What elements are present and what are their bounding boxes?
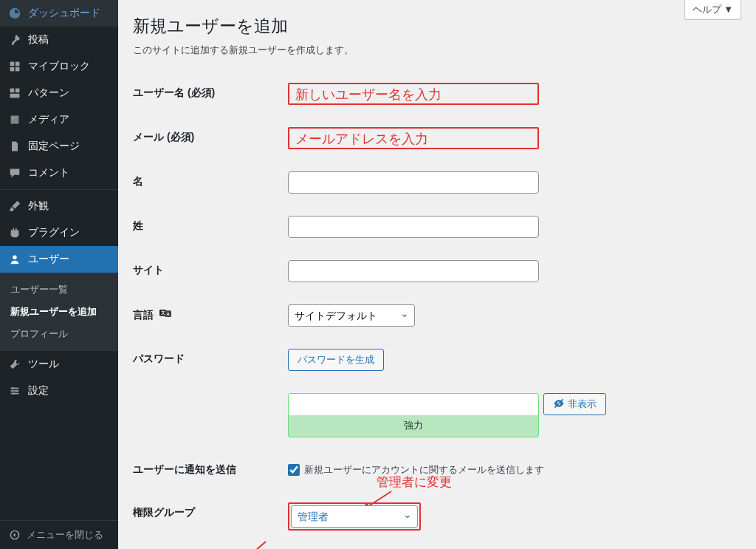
sidebar-item-settings[interactable]: 設定 [0, 378, 118, 404]
settings-icon [7, 383, 22, 398]
role-select[interactable]: 管理者 [291, 505, 418, 528]
translate-icon: 文A [159, 308, 171, 321]
role-annotation: 管理者に変更 [377, 474, 452, 491]
svg-point-14 [13, 392, 16, 395]
svg-point-12 [12, 387, 14, 389]
website-label: サイト [133, 264, 164, 276]
page-title: 新規ユーザーを追加 [133, 15, 741, 38]
sidebar-label: 固定ページ [28, 140, 80, 153]
plugin-icon [7, 225, 22, 240]
svg-rect-6 [10, 94, 20, 98]
user-icon [7, 252, 22, 267]
sidebar-item-posts[interactable]: 投稿 [0, 27, 118, 53]
sidebar-item-media[interactable]: メディア [0, 106, 118, 133]
sidebar-item-plugins[interactable]: プラグイン [0, 219, 118, 246]
comment-icon [7, 166, 22, 180]
role-label: 権限グループ [133, 506, 195, 518]
page-description: このサイトに追加する新規ユーザーを作成します。 [133, 44, 741, 57]
pattern-icon [7, 86, 22, 100]
svg-rect-5 [16, 89, 20, 93]
password-strength: 強力 [288, 415, 539, 437]
sidebar-label: パターン [28, 86, 69, 100]
user-form: ユーザー名 (必須) 新しいユーザー名を入力 メール (必須) メールアドレスを… [133, 72, 741, 542]
sidebar-item-appearance[interactable]: 外観 [0, 193, 118, 219]
media-icon [7, 112, 22, 127]
collapse-label: メニューを閉じる [27, 528, 103, 542]
sidebar-item-dashboard[interactable]: ダッシュボード [0, 0, 118, 27]
sidebar-label: 設定 [28, 384, 49, 398]
collapse-icon [7, 530, 22, 540]
sidebar-label: メディア [28, 113, 69, 126]
sidebar-item-comments[interactable]: コメント [0, 160, 118, 186]
notify-checkbox[interactable] [288, 464, 300, 476]
website-input[interactable] [288, 260, 539, 282]
language-label: 言語 文A [133, 309, 171, 321]
svg-text:文: 文 [160, 310, 165, 315]
sidebar-submenu: ユーザー一覧 新規ユーザーを追加 プロフィール [0, 273, 118, 351]
sidebar-label: 投稿 [28, 33, 49, 47]
username-annotation: 新しいユーザー名を入力 [288, 83, 539, 105]
sidebar-item-tools[interactable]: ツール [0, 351, 118, 378]
submenu-item-add-new[interactable]: 新規ユーザーを追加 [0, 301, 118, 323]
submenu-item-profile[interactable]: プロフィール [0, 323, 118, 345]
sidebar-label: ダッシュボード [28, 7, 100, 20]
main-content: ヘルプ ▼ 新規ユーザーを追加 このサイトに追加する新規ユーザーを作成します。 … [118, 0, 756, 549]
pin-icon [7, 33, 22, 47]
firstname-label: 名 [133, 175, 143, 187]
brush-icon [7, 199, 22, 214]
sidebar-label: プラグイン [28, 226, 80, 239]
svg-rect-0 [10, 62, 15, 67]
blocks-icon [7, 59, 22, 74]
sidebar-item-patterns[interactable]: パターン [0, 80, 118, 106]
svg-rect-3 [16, 67, 20, 72]
eye-slash-icon [553, 398, 565, 412]
help-tab[interactable]: ヘルプ ▼ [684, 0, 741, 20]
sidebar-item-myblocks[interactable]: マイブロック [0, 53, 118, 80]
generate-password-button[interactable]: パスワードを生成 [288, 349, 384, 371]
sidebar-item-pages[interactable]: 固定ページ [0, 133, 118, 160]
email-label: メール (必須) [133, 131, 194, 143]
password-input[interactable] [288, 393, 539, 415]
sidebar-label: ツール [28, 358, 59, 371]
firstname-input[interactable] [288, 171, 539, 194]
sidebar-label: ユーザー [28, 253, 69, 266]
submenu-item-all-users[interactable]: ユーザー一覧 [0, 279, 118, 301]
sidebar-label: 外観 [28, 200, 49, 213]
language-select[interactable]: サイトデフォルト [288, 304, 415, 327]
username-label: ユーザー名 (必須) [133, 86, 215, 98]
tool-icon [7, 357, 22, 372]
lastname-input[interactable] [288, 216, 539, 238]
sidebar-label: マイブロック [28, 60, 90, 73]
password-label: パスワード [133, 352, 185, 364]
collapse-menu[interactable]: メニューを閉じる [0, 520, 118, 549]
svg-rect-1 [16, 62, 20, 67]
dashboard-icon [7, 6, 22, 21]
page-icon [7, 139, 22, 154]
email-annotation: メールアドレスを入力 [288, 127, 539, 149]
admin-sidebar: ダッシュボード 投稿 マイブロック パターン メディア [0, 0, 118, 549]
sidebar-item-users[interactable]: ユーザー [0, 246, 118, 273]
svg-rect-2 [10, 67, 15, 72]
role-select-highlight: 管理者 [288, 502, 421, 531]
lastname-label: 姓 [133, 219, 143, 231]
notify-label: ユーザーに通知を送信 [133, 463, 236, 475]
svg-rect-4 [10, 89, 15, 93]
svg-point-7 [13, 117, 15, 120]
sidebar-label: コメント [28, 166, 69, 180]
svg-line-24 [229, 542, 266, 549]
svg-point-8 [13, 256, 16, 259]
hide-password-button[interactable]: 非表示 [543, 393, 606, 415]
svg-point-13 [16, 390, 18, 392]
